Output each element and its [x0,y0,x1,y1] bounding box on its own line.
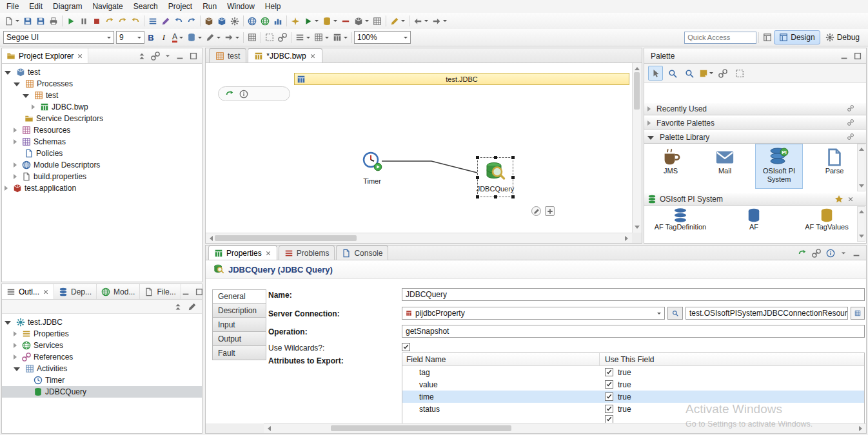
server-connection-select[interactable]: pijdbcProperty [402,307,665,320]
table-row-clipped[interactable] [402,415,864,423]
deploy-button[interactable] [246,14,259,28]
editor-tab-test[interactable]: test [209,48,246,63]
dropdown-caret-icon[interactable] [235,37,239,39]
selection-handle[interactable] [476,195,479,198]
field-name-header[interactable]: Field Name [402,353,600,365]
dropdown-caret-icon[interactable] [401,20,405,22]
jdbcquery-activity[interactable]: JDBCQuery [477,157,513,197]
zoom-select[interactable]: 100% [354,31,411,44]
tab-file[interactable]: File... [140,284,181,299]
scroll-right-icon[interactable] [859,426,865,431]
add-element-icon[interactable] [545,206,555,216]
view-menu-icon[interactable] [840,250,847,256]
align-button[interactable] [293,31,312,44]
grid-button[interactable] [371,14,384,28]
redo-button[interactable] [185,14,198,28]
operation-input[interactable]: getSnapshot [402,325,865,338]
dropdown-caret-icon[interactable] [217,37,221,39]
use-field-checkbox[interactable] [605,368,613,376]
tab-console[interactable]: Console [336,246,388,260]
pin-icon[interactable] [847,133,854,140]
selection-handle[interactable] [511,156,515,159]
menu-file[interactable]: File [1,1,24,12]
expander-icon[interactable] [23,94,29,98]
start-indicator-icon[interactable] [225,90,234,99]
table-row-time[interactable]: time true [402,391,864,403]
pause-button[interactable] [77,14,90,28]
select-all-button[interactable] [263,31,276,44]
menu-search[interactable]: Search [128,1,163,12]
palette-item-osisoft-pi-system[interactable]: PI OSIsoft PI System [755,144,803,189]
sort-button[interactable] [146,14,159,28]
new-wizard-button[interactable] [289,14,302,28]
scroll-down-icon[interactable] [859,184,864,190]
expander-icon[interactable] [14,128,17,133]
remove-button[interactable] [339,14,352,28]
use-field-checkbox[interactable] [605,392,613,401]
tab-fault[interactable]: Fault [212,346,266,360]
tab-properties[interactable]: Properties [208,246,277,260]
dropdown-caret-icon[interactable] [15,20,19,22]
dropdown-caret-icon[interactable] [107,37,111,39]
selection-handle[interactable] [511,195,515,198]
open-resource-button[interactable] [851,307,865,320]
minimize-icon[interactable] [840,52,849,61]
tab-problems[interactable]: Problems [279,246,335,260]
preferences-button[interactable] [228,14,241,28]
save-all-button[interactable] [34,14,47,28]
resource-path-field[interactable]: test.OSIsoftPISystemJDBCConnectionResour… [686,307,848,320]
tree-item-jdbcquery[interactable]: JDBCQuery [2,386,202,398]
use-field-checkbox[interactable] [605,405,613,413]
name-input[interactable]: JDBCQuery [402,288,865,301]
dropdown-caret-icon[interactable] [333,20,337,22]
editor-tab-jdbc-bwp[interactable]: *JDBC.bwp [248,48,322,63]
dropdown-caret-icon[interactable] [315,20,319,22]
expander-icon[interactable] [14,354,17,360]
save-button[interactable] [21,14,34,28]
selection-handle[interactable] [476,176,479,179]
profile-button[interactable] [271,14,284,28]
tree-item-module-descriptors[interactable]: Module Descriptors [2,159,202,171]
table-row-tag[interactable]: tag true [402,366,864,378]
group-button[interactable] [276,31,289,44]
pin-icon[interactable] [847,119,854,126]
tree-item-build-properties[interactable]: build.properties [2,171,202,182]
scroll-down-icon[interactable] [859,235,864,240]
edit-link-icon[interactable] [531,206,541,216]
menu-help[interactable]: Help [260,1,286,12]
tree-item-service-descriptors[interactable]: Service Descriptors [2,113,202,124]
palette-item-af-tagvalues[interactable]: AF TagValues [796,206,858,241]
expander-icon[interactable] [647,121,651,126]
dropdown-caret-icon[interactable] [365,20,369,22]
select-tool[interactable] [648,66,663,81]
registry-button[interactable] [215,14,228,28]
sync-icon[interactable] [798,249,807,258]
tab-project-explorer[interactable]: Project Explorer [2,48,88,63]
tab-input[interactable]: Input [212,318,266,332]
dropdown-caret-icon[interactable] [179,37,183,39]
tree-item-policies[interactable]: Policies [2,148,202,159]
scroll-left-icon[interactable] [207,236,213,241]
dropdown-caret-icon[interactable] [404,37,408,39]
use-field-checkbox[interactable] [605,415,613,423]
close-icon[interactable] [310,53,316,59]
distribute-button[interactable] [312,31,331,44]
menu-run[interactable]: Run [197,1,222,12]
palette-group-header[interactable]: OSIsoft PI System [644,193,866,206]
module-button[interactable] [352,14,371,28]
use-this-field-header[interactable]: Use This Field [600,355,659,364]
fill-color-button[interactable] [185,31,204,44]
menu-diagram[interactable]: Diagram [48,1,87,12]
tree-item-schemas[interactable]: Schemas [2,136,202,148]
scroll-down-icon[interactable] [635,226,640,231]
collapse-all-icon[interactable] [173,302,182,311]
expander-icon[interactable] [5,321,11,325]
info-icon[interactable] [239,90,248,99]
font-size-select[interactable]: 9 [116,31,144,44]
use-wildcards-checkbox[interactable] [402,343,410,351]
zoom-in-tool[interactable] [665,66,680,81]
expander-icon[interactable] [14,82,20,86]
selection-handle[interactable] [511,176,515,179]
run-process-button[interactable] [302,14,321,28]
expander-icon[interactable] [647,136,654,140]
